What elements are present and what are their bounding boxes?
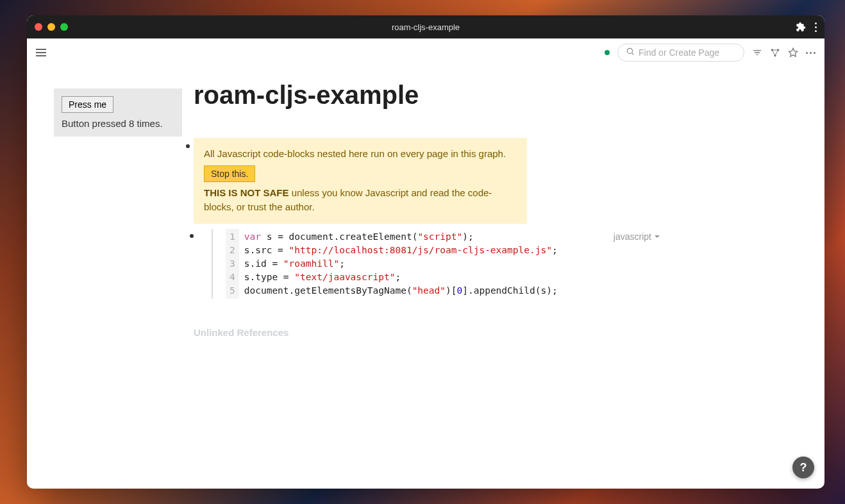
app-topbar (27, 38, 824, 67)
sidebar-widget: Press me Button pressed 8 times. (54, 88, 182, 137)
filter-icon[interactable] (752, 47, 762, 58)
line-number: 4 (230, 271, 235, 284)
window-title: roam-cljs-example (27, 22, 824, 32)
sync-status-indicator (605, 50, 610, 55)
star-icon[interactable] (788, 47, 798, 58)
search-input[interactable] (639, 47, 736, 58)
language-label: javascript (614, 231, 651, 242)
code-line[interactable]: var s = document.createElement("script")… (244, 230, 558, 244)
code-line[interactable]: document.getElementsByTagName("head")[0]… (244, 284, 558, 298)
press-count-status: Button pressed 8 times. (62, 118, 174, 129)
main-column: roam-cljs-example All Javascript code-bl… (194, 67, 655, 489)
search-box[interactable] (617, 44, 744, 62)
line-number: 1 (230, 230, 235, 244)
svg-line-1 (632, 53, 634, 55)
warning-bold: THIS IS NOT SAFE (204, 187, 289, 198)
line-number: 5 (230, 284, 235, 298)
language-selector[interactable]: javascript (614, 231, 660, 242)
bullet-icon[interactable] (186, 144, 190, 148)
svg-point-2 (771, 49, 773, 51)
code-block[interactable]: javascript 12345 var s = document.create… (212, 229, 648, 299)
code-line[interactable]: s.id = "roamhill"; (244, 257, 558, 271)
line-number: 3 (230, 257, 235, 271)
warning-line2: THIS IS NOT SAFE unless you know Javascr… (204, 186, 517, 215)
menu-icon[interactable] (36, 47, 46, 58)
press-me-button[interactable]: Press me (62, 96, 113, 113)
search-icon (626, 47, 635, 58)
traffic-lights (35, 23, 68, 31)
svg-point-0 (627, 48, 632, 53)
page-title[interactable]: roam-cljs-example (194, 81, 655, 110)
titlebar: roam-cljs-example (27, 15, 824, 38)
more-icon[interactable] (806, 52, 816, 54)
js-warning-box: All Javascript code-blocks nested here r… (194, 138, 527, 224)
code-line[interactable]: s.src = "http://localhost:8081/js/roam-c… (244, 244, 558, 257)
maximize-window-button[interactable] (60, 23, 68, 31)
stop-this-button[interactable]: Stop this. (204, 165, 255, 182)
warning-line1: All Javascript code-blocks nested here r… (204, 147, 517, 162)
line-number: 2 (230, 244, 235, 257)
graph-icon[interactable] (770, 47, 780, 58)
svg-point-3 (777, 49, 779, 51)
svg-marker-5 (789, 48, 797, 56)
extensions-icon[interactable] (796, 22, 806, 32)
code-lines[interactable]: var s = document.createElement("script")… (239, 229, 563, 299)
line-gutter: 12345 (226, 229, 239, 299)
unlinked-references[interactable]: Unlinked References (194, 327, 655, 338)
help-button[interactable]: ? (792, 457, 814, 478)
minimize-window-button[interactable] (47, 23, 55, 31)
close-window-button[interactable] (35, 23, 42, 31)
code-editor[interactable]: 12345 var s = document.createElement("sc… (226, 229, 648, 299)
svg-point-4 (774, 55, 776, 56)
content-area: Press me Button pressed 8 times. roam-cl… (27, 67, 824, 489)
app-window: roam-cljs-example (27, 15, 824, 489)
bullet-icon[interactable] (190, 234, 194, 238)
block-root: All Javascript code-blocks nested here r… (194, 138, 655, 338)
browser-menu-icon[interactable] (815, 22, 817, 32)
code-line[interactable]: s.type = "text/jaavascript"; (244, 271, 558, 284)
